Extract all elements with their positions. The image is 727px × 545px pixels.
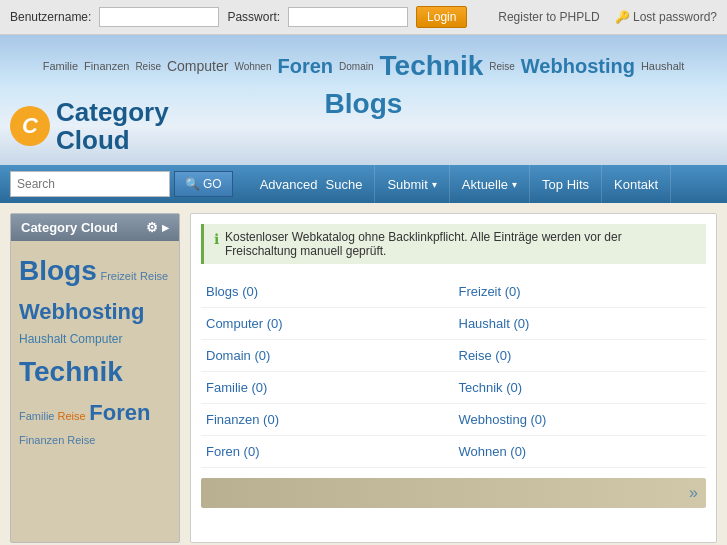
nav-kontakt-label: Kontakt <box>614 177 658 192</box>
register-link[interactable]: Register to PHPLD <box>498 10 599 24</box>
password-input[interactable] <box>288 7 408 27</box>
hero-tag-computer[interactable]: Computer <box>167 58 228 74</box>
nav-items: Advanced Suche Submit ▾ Aktuelle ▾ Top H… <box>248 165 671 203</box>
nav-bar: 🔍 GO Advanced Suche Submit ▾ Aktuelle ▾ … <box>0 165 727 203</box>
nav-submit-label: Submit <box>387 177 427 192</box>
sidebar-header-icons: ⚙ ▸ <box>146 220 169 235</box>
nav-tophits[interactable]: Top Hits <box>530 165 602 203</box>
submit-arrow-icon: ▾ <box>432 179 437 190</box>
list-item: Freizeit (0) <box>454 276 707 308</box>
list-item: Computer (0) <box>201 308 454 340</box>
go-button[interactable]: 🔍 GO <box>174 171 233 197</box>
logo-word-category: Category <box>56 98 169 127</box>
category-link-haushalt[interactable]: Haushalt (0) <box>459 316 530 331</box>
category-link-computer[interactable]: Computer (0) <box>206 316 283 331</box>
list-item: Finanzen (0) <box>201 404 454 436</box>
login-bar: Benutzername: Passwort: Login Register t… <box>0 0 727 35</box>
nav-aktuelle[interactable]: Aktuelle ▾ <box>450 165 530 203</box>
list-item: Haushalt (0) <box>454 308 707 340</box>
info-icon: ℹ <box>214 231 219 247</box>
hero-tag-haushalt[interactable]: Haushalt <box>641 60 684 72</box>
sidebar-tag-technik[interactable]: Technik <box>19 356 123 387</box>
hero-tag-foren[interactable]: Foren <box>278 55 334 78</box>
list-item: Reise (0) <box>454 340 707 372</box>
username-input[interactable] <box>99 7 219 27</box>
nav-tophits-label: Top Hits <box>542 177 589 192</box>
category-link-finanzen[interactable]: Finanzen (0) <box>206 412 279 427</box>
hero-tag-domain[interactable]: Domain <box>339 61 373 72</box>
sidebar-tag-reise2[interactable]: Reise <box>67 434 95 446</box>
list-item: Wohnen (0) <box>454 436 707 468</box>
login-button[interactable]: Login <box>416 6 467 28</box>
sidebar: Category Cloud ⚙ ▸ Blogs Freizeit Reise … <box>10 213 180 543</box>
list-item: Technik (0) <box>454 372 707 404</box>
nav-advanced[interactable]: Advanced Suche <box>248 165 376 203</box>
logo-area: C Category Cloud <box>10 98 169 155</box>
logo-text: Category Cloud <box>56 98 169 155</box>
sidebar-tag-familie[interactable]: Familie <box>19 410 58 422</box>
lost-password-link[interactable]: Lost password? <box>615 10 717 24</box>
info-box: ℹ Kostenloser Webkatalog ohne Backlinkpf… <box>201 224 706 264</box>
next-page-icon[interactable]: » <box>689 484 698 502</box>
list-item: Familie (0) <box>201 372 454 404</box>
sidebar-tag-freizeit[interactable]: Freizeit <box>100 270 136 282</box>
hero-banner: Familie Finanzen Reise Computer Wohnen F… <box>0 35 727 165</box>
hero-tag-wohnen[interactable]: Wohnen <box>234 61 271 72</box>
sidebar-tag-blogs[interactable]: Blogs <box>19 255 97 286</box>
main-container: Category Cloud ⚙ ▸ Blogs Freizeit Reise … <box>0 203 727 545</box>
sidebar-tag-reise-or[interactable]: Reise <box>58 410 86 422</box>
sidebar-tags: Blogs Freizeit Reise Webhosting Haushalt… <box>11 241 179 459</box>
info-text: Kostenloser Webkatalog ohne Backlinkpfli… <box>225 230 696 258</box>
list-item: Foren (0) <box>201 436 454 468</box>
sidebar-tag-finanzen[interactable]: Finanzen <box>19 434 67 446</box>
category-link-familie[interactable]: Familie (0) <box>206 380 267 395</box>
hero-tag-blogs[interactable]: Blogs <box>325 88 403 120</box>
search-area: 🔍 GO <box>0 171 243 197</box>
category-link-domain[interactable]: Domain (0) <box>206 348 270 363</box>
category-link-reise[interactable]: Reise (0) <box>459 348 512 363</box>
sidebar-tag-foren[interactable]: Foren <box>89 400 150 425</box>
logo-letter: C <box>22 113 38 139</box>
hero-tag-finanzen[interactable]: Finanzen <box>84 60 129 72</box>
arrow-icon[interactable]: ▸ <box>162 220 169 235</box>
nav-advanced-label: Advanced <box>260 177 318 192</box>
sidebar-title: Category Cloud <box>21 220 118 235</box>
password-label: Passwort: <box>227 10 280 24</box>
hero-tag-familie[interactable]: Familie <box>43 60 78 72</box>
hero-tag-reise[interactable]: Reise <box>489 61 515 72</box>
sidebar-tag-reise-xs[interactable]: Reise <box>140 270 168 282</box>
nav-submit[interactable]: Submit ▾ <box>375 165 449 203</box>
logo-word-cloud: Cloud <box>56 126 169 155</box>
nav-suche-label: Suche <box>326 177 363 192</box>
category-grid: Blogs (0) Freizeit (0) Computer (0) Haus… <box>201 276 706 468</box>
category-link-freizeit[interactable]: Freizeit (0) <box>459 284 521 299</box>
hero-tag-reise-sm[interactable]: Reise <box>135 61 161 72</box>
logo-icon: C <box>10 106 50 146</box>
category-link-technik[interactable]: Technik (0) <box>459 380 523 395</box>
login-bar-right: Register to PHPLD Lost password? <box>498 10 717 24</box>
sidebar-tag-computer[interactable]: Computer <box>70 332 123 346</box>
sidebar-tag-webhosting[interactable]: Webhosting <box>19 299 144 324</box>
hero-tag-webhosting[interactable]: Webhosting <box>521 55 635 78</box>
category-link-blogs[interactable]: Blogs (0) <box>206 284 258 299</box>
hero-tag-technik[interactable]: Technik <box>380 50 484 82</box>
nav-kontakt[interactable]: Kontakt <box>602 165 671 203</box>
list-item: Blogs (0) <box>201 276 454 308</box>
category-link-foren[interactable]: Foren (0) <box>206 444 259 459</box>
list-item: Webhosting (0) <box>454 404 707 436</box>
search-icon: 🔍 <box>185 177 200 191</box>
nav-aktuelle-label: Aktuelle <box>462 177 508 192</box>
sidebar-tag-haushalt[interactable]: Haushalt <box>19 332 70 346</box>
go-label: GO <box>203 177 222 191</box>
content-footer-bar: » <box>201 478 706 508</box>
gear-icon[interactable]: ⚙ <box>146 220 158 235</box>
category-link-wohnen[interactable]: Wohnen (0) <box>459 444 527 459</box>
sidebar-header: Category Cloud ⚙ ▸ <box>11 214 179 241</box>
content-panel: ℹ Kostenloser Webkatalog ohne Backlinkpf… <box>190 213 717 543</box>
category-link-webhosting[interactable]: Webhosting (0) <box>459 412 547 427</box>
search-input[interactable] <box>10 171 170 197</box>
aktuelle-arrow-icon: ▾ <box>512 179 517 190</box>
username-label: Benutzername: <box>10 10 91 24</box>
list-item: Domain (0) <box>201 340 454 372</box>
